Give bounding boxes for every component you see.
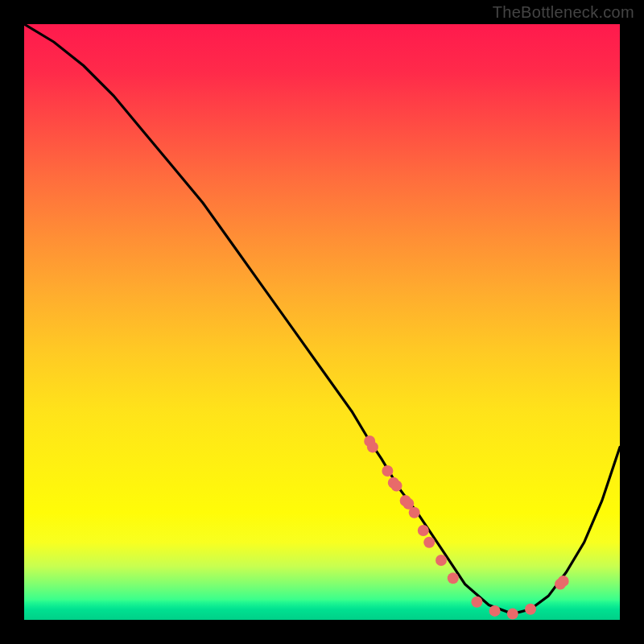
data-point (525, 604, 536, 615)
data-point (409, 507, 420, 518)
data-point (382, 465, 393, 477)
data-point (423, 537, 435, 548)
data-point (507, 609, 518, 620)
data-point (436, 555, 447, 566)
data-point (391, 481, 402, 492)
data-points-group (364, 436, 569, 620)
data-point (367, 441, 378, 452)
chart-container: TheBottleneck.com (0, 0, 644, 644)
bottleneck-curve (24, 24, 620, 614)
chart-svg (24, 24, 620, 620)
data-point (558, 576, 569, 587)
data-point (489, 605, 501, 617)
data-point (471, 597, 482, 608)
data-point (448, 572, 459, 584)
plot-area (24, 24, 620, 620)
watermark-text: TheBottleneck.com (493, 3, 634, 22)
data-point (418, 525, 429, 536)
